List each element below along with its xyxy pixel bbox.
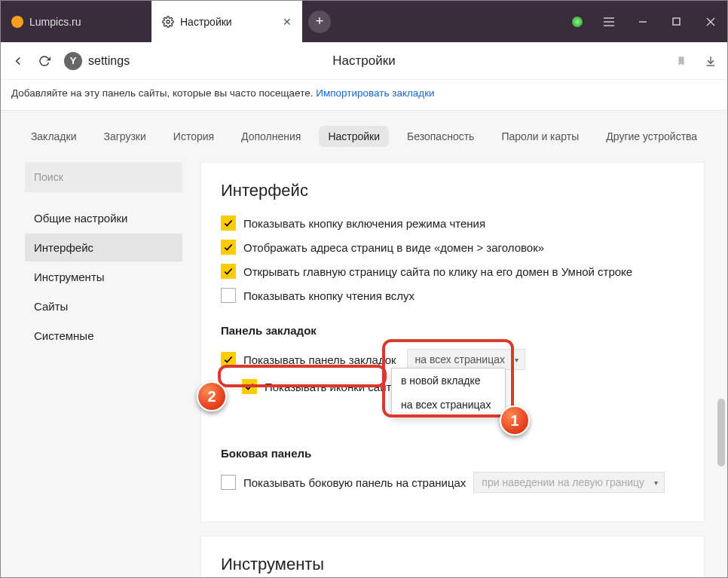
chevron-down-icon: ▾ — [654, 479, 658, 487]
toptab-settings[interactable]: Настройки — [319, 126, 389, 147]
titlebar: Lumpics.ru Настройки ✕ + — [1, 1, 727, 42]
bookmarks-infobar: Добавляйте на эту панель сайты, которые … — [1, 80, 727, 110]
svg-point-0 — [167, 20, 170, 23]
infobar-text: Добавляйте на эту панель сайты, которые … — [11, 87, 313, 99]
section-title-sidepanel: Боковая панель — [221, 447, 684, 460]
toptab-bookmarks[interactable]: Закладки — [22, 126, 86, 147]
checkbox-label: Показывать боковую панель на страницах — [243, 476, 466, 489]
omnibox-text: settings — [88, 54, 130, 68]
yandex-icon: Y — [64, 52, 82, 70]
row-address-format: Отображать адреса страниц в виде «домен … — [221, 240, 684, 255]
checkbox-label: Открывать главную страницу сайта по клик… — [243, 265, 632, 278]
row-show-side-panel: Показывать боковую панель на страницах п… — [221, 472, 684, 493]
checkbox[interactable] — [221, 352, 236, 367]
tab-lumpics[interactable]: Lumpics.ru — [1, 1, 151, 42]
checkbox[interactable] — [242, 379, 257, 394]
checkbox[interactable] — [221, 216, 236, 231]
panel-tools: Инструменты — [200, 536, 705, 577]
new-tab-button[interactable]: + — [308, 11, 331, 33]
close-window-button[interactable] — [693, 1, 727, 42]
dropdown-option-newtab[interactable]: в новой вкладке — [392, 369, 505, 393]
bookmark-icon[interactable] — [676, 54, 687, 68]
tab-label: Lumpics.ru — [29, 16, 81, 28]
back-button[interactable] — [11, 54, 25, 68]
dropdown-option-allpages[interactable]: на всех страницах — [392, 393, 505, 417]
shield-icon — [572, 17, 583, 27]
toptab-passwords[interactable]: Пароли и карты — [492, 126, 588, 147]
checkbox[interactable] — [221, 288, 236, 303]
favicon-lumpics — [11, 16, 23, 28]
minimize-button[interactable] — [626, 1, 659, 42]
section-title-interface: Интерфейс — [221, 181, 684, 200]
checkbox-label: Отображать адреса страниц в виде «домен … — [243, 241, 544, 254]
select-value: на всех страницах — [415, 353, 505, 365]
checkbox[interactable] — [221, 240, 236, 255]
checkbox[interactable] — [221, 264, 236, 279]
search-placeholder: Поиск — [34, 171, 63, 183]
page-title: Настройки — [332, 54, 395, 69]
sidebar-item-tools[interactable]: Инструменты — [25, 263, 182, 291]
settings-sidebar: Поиск Общие настройки Интерфейс Инструме… — [1, 157, 193, 577]
checkbox-label: Показывать панель закладок — [243, 353, 396, 366]
sidebar-item-sites[interactable]: Сайты — [25, 292, 182, 320]
sidebar-item-general[interactable]: Общие настройки — [25, 204, 182, 232]
row-open-home: Открывать главную страницу сайта по клик… — [221, 264, 684, 279]
sidepanel-mode-select[interactable]: при наведении на левую границу ▾ — [473, 472, 665, 493]
sidebar-item-system[interactable]: Системные — [25, 322, 182, 350]
annotation-badge-1: 1 — [500, 405, 530, 436]
select-value: при наведении на левую границу — [482, 476, 644, 488]
panel-interface: Интерфейс Показывать кнопку включения ре… — [200, 162, 705, 522]
checkbox-label: Показывать иконки сайто — [265, 381, 398, 393]
reload-button[interactable] — [38, 55, 50, 67]
tab-settings[interactable]: Настройки ✕ — [151, 1, 302, 42]
toptab-addons[interactable]: Дополнения — [232, 126, 310, 147]
bookmarks-bar-select[interactable]: на всех страницах ▾ — [407, 349, 525, 370]
close-icon[interactable]: ✕ — [283, 16, 292, 28]
gear-icon — [162, 16, 174, 28]
maximize-button[interactable] — [659, 1, 693, 42]
chevron-down-icon: ▾ — [515, 356, 518, 364]
toptab-downloads[interactable]: Загрузки — [94, 126, 154, 147]
checkbox-label: Показывать кнопку чтения вслух — [243, 289, 414, 302]
import-bookmarks-link[interactable]: Импортировать закладки — [316, 87, 434, 99]
omnibox[interactable]: Y settings — [64, 52, 130, 70]
svg-rect-5 — [673, 18, 680, 25]
bookmarks-bar-dropdown: в новой вкладке на всех страницах — [391, 368, 506, 417]
search-input[interactable]: Поиск — [25, 162, 182, 192]
toolbar: Y settings Настройки — [1, 42, 727, 80]
settings-body: Поиск Общие настройки Интерфейс Инструме… — [1, 157, 727, 577]
download-icon[interactable] — [705, 54, 717, 68]
toptab-history[interactable]: История — [164, 126, 223, 147]
browser-window: Lumpics.ru Настройки ✕ + — [0, 0, 728, 578]
tab-label: Настройки — [180, 16, 232, 28]
row-reader-button: Показывать кнопку включения режима чтени… — [221, 216, 684, 231]
menu-icon[interactable] — [592, 1, 626, 42]
scrollbar-thumb[interactable] — [717, 399, 725, 466]
settings-top-tabs: Закладки Загрузки История Дополнения Нас… — [1, 110, 727, 157]
row-read-aloud: Показывать кнопку чтения вслух — [221, 288, 684, 303]
section-title-bookmarks-bar: Панель закладок — [221, 324, 684, 337]
toptab-devices[interactable]: Другие устройства — [597, 126, 706, 147]
sidebar-item-interface[interactable]: Интерфейс — [25, 234, 182, 261]
checkbox-label: Показывать кнопку включения режима чтени… — [243, 217, 485, 230]
checkbox[interactable] — [221, 475, 236, 490]
window-controls — [572, 1, 727, 42]
row-show-bookmarks-bar: Показывать панель закладок на всех стран… — [221, 349, 684, 370]
settings-main: Интерфейс Показывать кнопку включения ре… — [193, 157, 727, 577]
scrollbar[interactable] — [716, 308, 725, 562]
toptab-security[interactable]: Безопасность — [398, 126, 483, 147]
section-title-tools: Инструменты — [221, 555, 684, 574]
annotation-badge-2: 2 — [197, 381, 227, 411]
